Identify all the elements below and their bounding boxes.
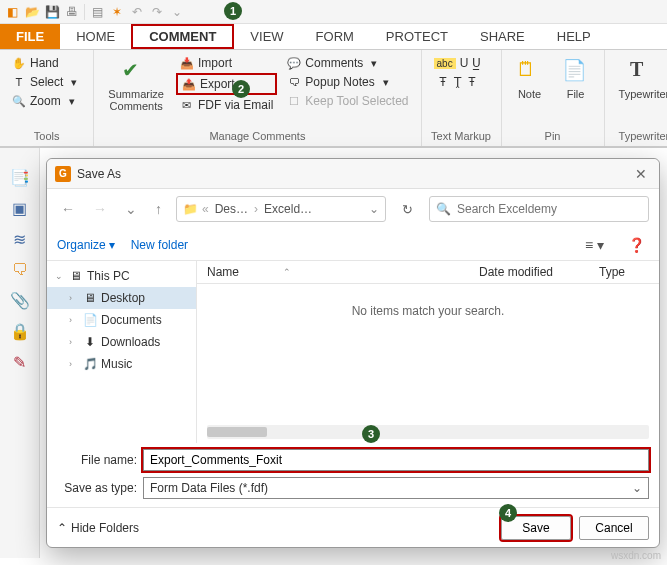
filename-input[interactable] (143, 449, 649, 471)
tab-home[interactable]: HOME (60, 24, 131, 49)
group-label-tools: Tools (8, 128, 85, 142)
redo-icon[interactable]: ↷ (149, 4, 165, 20)
organize-button[interactable]: Organize ▾ (57, 238, 115, 252)
security-icon[interactable]: 🔒 (10, 322, 30, 341)
tree-documents[interactable]: ›📄Documents (47, 309, 196, 331)
summarize-button[interactable]: ✔ SummarizeComments (102, 54, 170, 128)
chevron-down-icon: ▾ (67, 75, 81, 89)
expand-icon[interactable]: › (69, 359, 79, 369)
export-button[interactable]: 📤Export (176, 73, 277, 95)
search-box[interactable]: 🔍 (429, 196, 649, 222)
hide-folders-button[interactable]: ⌃Hide Folders (57, 521, 139, 535)
note-button[interactable]: 🗒Note (510, 54, 550, 128)
tree-desktop[interactable]: ›🖥Desktop (47, 287, 196, 309)
new-icon[interactable]: ✶ (109, 4, 125, 20)
forward-button[interactable]: → (89, 199, 111, 219)
comments-panel-icon[interactable]: 🗨 (12, 261, 28, 279)
layers-icon[interactable]: ≋ (13, 230, 26, 249)
zoom-tool[interactable]: 🔍Zoom▾ (8, 92, 85, 110)
help-button[interactable]: ❓ (624, 237, 649, 253)
select-icon: Ꭲ (12, 75, 26, 89)
zoom-icon: 🔍 (12, 94, 26, 108)
breadcrumb-1[interactable]: Des… (213, 202, 250, 216)
markup-row2[interactable]: Ŧ Ṱ Ŧ (435, 73, 479, 91)
bookmarks-icon[interactable]: 📑 (10, 168, 30, 187)
file-attach-button[interactable]: 📄File (556, 54, 596, 128)
breadcrumb-2[interactable]: Exceld… (262, 202, 314, 216)
step-badge-4: 4 (499, 504, 517, 522)
highlight-icon: abc (434, 58, 456, 69)
save-icon[interactable]: 💾 (44, 4, 60, 20)
music-icon: 🎵 (83, 357, 97, 371)
typewriter-button[interactable]: TTypewriter (613, 54, 667, 128)
desktop-label: Desktop (101, 291, 145, 305)
address-dropdown-icon[interactable]: ⌄ (369, 202, 379, 216)
tree-thispc[interactable]: ⌄🖥This PC (47, 265, 196, 287)
import-icon: 📥 (180, 56, 194, 70)
import-button[interactable]: 📥Import (176, 54, 277, 72)
sign-icon[interactable]: ✎ (13, 353, 26, 372)
attachments-icon[interactable]: 📎 (10, 291, 30, 310)
new-folder-button[interactable]: New folder (131, 238, 188, 252)
u-icon: U (460, 56, 469, 70)
address-bar[interactable]: 📁 « Des… › Exceld… ⌄ (176, 196, 386, 222)
dialog-title: Save As (77, 167, 631, 181)
undo-icon[interactable]: ↶ (129, 4, 145, 20)
tab-file[interactable]: FILE (0, 24, 60, 49)
savetype-select[interactable]: Form Data Files (*.fdf) (143, 477, 649, 499)
expand-icon[interactable]: ⌄ (55, 271, 65, 281)
open-icon[interactable]: 📂 (24, 4, 40, 20)
tree-downloads[interactable]: ›⬇Downloads (47, 331, 196, 353)
file-list-empty: No items match your search. (197, 284, 659, 443)
quick-access-toolbar: ◧ 📂 💾 🖶 ▤ ✶ ↶ ↷ ⌄ (0, 0, 667, 24)
desktop-icon: 🖥 (83, 291, 97, 305)
refresh-button[interactable]: ↻ (396, 200, 419, 219)
select-tool[interactable]: ᎢSelect▾ (8, 73, 85, 91)
note-icon: 🗒 (516, 58, 544, 86)
doc-icon[interactable]: ▤ (89, 4, 105, 20)
summarize-label: SummarizeComments (108, 88, 164, 112)
documents-label: Documents (101, 313, 162, 327)
expand-icon[interactable]: › (69, 293, 79, 303)
tab-view[interactable]: VIEW (234, 24, 299, 49)
chevron-down-icon: ▾ (65, 94, 79, 108)
strike-icon: Ŧ (439, 75, 446, 89)
tree-music[interactable]: ›🎵Music (47, 353, 196, 375)
dialog-form: File name: Save as type: Form Data Files… (47, 443, 659, 507)
hand-label: Hand (30, 56, 59, 70)
fdf-button[interactable]: ✉FDF via Email (176, 96, 277, 114)
col-date[interactable]: Date modified (479, 265, 599, 279)
expand-icon[interactable]: › (69, 337, 79, 347)
keep-tool-checkbox[interactable]: ☐Keep Tool Selected (283, 92, 412, 110)
ribbon-tabs: FILE HOME COMMENT VIEW FORM PROTECT SHAR… (0, 24, 667, 50)
view-mode-button[interactable]: ≡ ▾ (581, 237, 608, 253)
separator (84, 4, 85, 20)
file-list-header: Name⌃ Date modified Type (197, 261, 659, 284)
col-name[interactable]: Name⌃ (207, 265, 479, 279)
up-button[interactable]: ↑ (151, 199, 166, 219)
cancel-button[interactable]: Cancel (579, 516, 649, 540)
recent-dropdown[interactable]: ⌄ (121, 199, 141, 219)
col-type[interactable]: Type (599, 265, 649, 279)
tab-comment[interactable]: COMMENT (131, 24, 234, 49)
highlight-button[interactable]: abc U U̲ (430, 54, 486, 72)
print-icon[interactable]: 🖶 (64, 4, 80, 20)
comments-dropdown[interactable]: 💬Comments▾ (283, 54, 412, 72)
popup-dropdown[interactable]: 🗨Popup Notes▾ (283, 73, 412, 91)
app-icon: ◧ (4, 4, 20, 20)
search-input[interactable] (457, 202, 642, 216)
pages-icon[interactable]: ▣ (12, 199, 27, 218)
ribbon-group-manage: ✔ SummarizeComments 📥Import 📤Export ✉FDF… (94, 50, 421, 146)
tab-share[interactable]: SHARE (464, 24, 541, 49)
expand-icon[interactable]: › (69, 315, 79, 325)
back-button[interactable]: ← (57, 199, 79, 219)
tab-form[interactable]: FORM (300, 24, 370, 49)
hand-tool[interactable]: ✋Hand (8, 54, 85, 72)
file-icon: 📄 (562, 58, 590, 86)
close-button[interactable]: ✕ (631, 166, 651, 182)
horizontal-scrollbar[interactable] (207, 425, 649, 439)
qat-dropdown-icon[interactable]: ⌄ (169, 4, 185, 20)
tab-protect[interactable]: PROTECT (370, 24, 464, 49)
empty-message: No items match your search. (352, 304, 505, 318)
tab-help[interactable]: HELP (541, 24, 607, 49)
